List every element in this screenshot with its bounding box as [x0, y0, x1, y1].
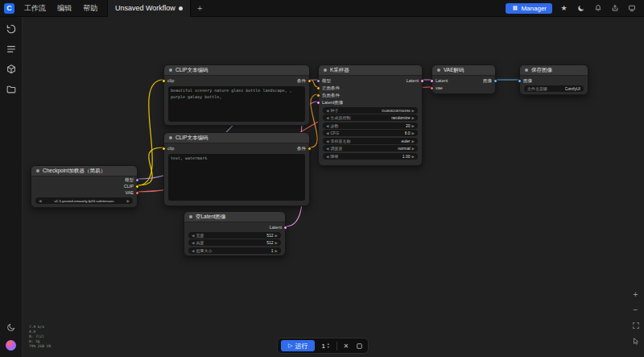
output-conditioning[interactable]: 条件	[297, 77, 312, 84]
decrement-icon[interactable]: ◀	[192, 249, 194, 253]
conditioning-port-icon[interactable]	[308, 147, 312, 151]
latent-port-icon[interactable]	[420, 79, 424, 83]
queue-icon[interactable]	[5, 43, 17, 55]
increment-icon[interactable]: ▶	[275, 249, 278, 253]
input-model[interactable]: 模型	[316, 77, 331, 84]
node-header[interactable]: 空Latent图像	[184, 212, 285, 222]
next-icon[interactable]: ▶	[127, 199, 130, 203]
prev-icon[interactable]: ◀	[326, 116, 328, 120]
output-vae[interactable]: VAE	[125, 189, 139, 196]
input-positive[interactable]: 正面条件	[316, 85, 340, 91]
select-mode-icon[interactable]	[631, 336, 640, 345]
prompt-text-area[interactable]: beautiful scenery nature glass bottle la…	[168, 86, 305, 122]
increment-icon[interactable]: ▶	[412, 155, 415, 159]
prev-icon[interactable]: ◀	[326, 147, 328, 151]
latent-port-icon[interactable]	[283, 226, 287, 230]
prev-icon[interactable]: ◀	[39, 199, 41, 203]
output-latent[interactable]: Latent	[270, 224, 287, 230]
menu-edit[interactable]: 编辑	[52, 0, 77, 17]
decrement-icon[interactable]: ◀	[326, 155, 328, 159]
new-tab-button[interactable]: +	[191, 3, 208, 13]
stop-icon[interactable]	[355, 341, 365, 351]
star-icon[interactable]: ★	[559, 3, 569, 14]
node-clip-text-encode-negative[interactable]: CLIP文本编码 clip 条件 text, watermark	[163, 132, 310, 206]
node-header[interactable]: CLIP文本编码	[164, 133, 309, 143]
clip-port-icon[interactable]	[135, 185, 139, 189]
output-model[interactable]: 模型	[125, 176, 139, 183]
batch-size-widget[interactable]: ◀ 批量大小 1 ▶	[188, 247, 281, 254]
output-latent[interactable]: Latent	[407, 77, 424, 84]
input-clip[interactable]: clip	[162, 77, 174, 84]
conditioning-port-icon[interactable]	[316, 86, 320, 90]
comfy-logo[interactable]: C	[4, 3, 14, 14]
menu-workflow[interactable]: 工作流	[19, 0, 52, 17]
next-icon[interactable]: ▶	[412, 147, 415, 151]
workflows-icon[interactable]	[5, 23, 17, 35]
model-port-icon[interactable]	[135, 178, 139, 182]
filename-prefix-widget[interactable]: 文件名前缀 ComfyUI	[524, 85, 584, 92]
width-widget[interactable]: ◀ 宽度 512 ▶	[188, 232, 281, 239]
node-header[interactable]: 保存图像	[520, 65, 588, 76]
batch-count-stepper[interactable]: 1 ▲ ▼	[319, 342, 332, 350]
clear-queue-icon[interactable]: ✕	[341, 341, 351, 351]
clip-port-icon[interactable]	[162, 147, 166, 151]
latent-port-icon[interactable]	[316, 101, 320, 105]
node-header[interactable]: VAE解码	[432, 65, 495, 76]
height-widget[interactable]: ◀ 高度 512 ▶	[188, 239, 281, 246]
node-library-icon[interactable]	[5, 83, 17, 95]
decrement-icon[interactable]: ◀	[326, 109, 328, 113]
node-checkpoint-loader[interactable]: Checkpoint加载器（简易） 模型 CLIP VAE ◀ v1-5-pru…	[31, 165, 138, 208]
increment-icon[interactable]: ▶	[275, 241, 278, 245]
seed-widget[interactable]: ◀ 种子 150808208706396 ▶	[323, 107, 418, 114]
node-ksampler[interactable]: K采样器 模型 正面条件 负面条件 Latent图像 Latent ◀ 种子 1…	[318, 64, 423, 166]
steps-widget[interactable]: ◀ 步数 20 ▶	[323, 122, 418, 129]
decrement-icon[interactable]: ◀	[326, 131, 328, 135]
input-vae[interactable]: vae	[430, 85, 443, 91]
input-image[interactable]: 图像	[518, 77, 532, 84]
next-icon[interactable]: ▶	[412, 139, 415, 143]
latent-port-icon[interactable]	[430, 79, 434, 83]
prompt-text-area[interactable]: text, watermark	[168, 154, 305, 201]
manager-button[interactable]: Manager	[506, 3, 552, 14]
increment-icon[interactable]: ▶	[412, 131, 415, 135]
globe-icon[interactable]	[6, 340, 16, 351]
image-port-icon[interactable]	[518, 79, 522, 83]
node-clip-text-encode-positive[interactable]: CLIP文本编码 clip 条件 beautiful scenery natur…	[163, 64, 310, 126]
sampler-name-widget[interactable]: ◀ 采样器名称 euler ▶	[323, 138, 418, 144]
theme-toggle-moon-icon[interactable]	[5, 321, 17, 333]
workflow-tab[interactable]: Unsaved Workflow	[107, 0, 191, 17]
cfg-widget[interactable]: ◀ CFG 8.0 ▶	[323, 130, 418, 136]
input-latent[interactable]: Latent	[430, 77, 448, 84]
output-clip[interactable]: CLIP	[124, 183, 139, 189]
node-empty-latent-image[interactable]: 空Latent图像 Latent ◀ 宽度 512 ▶ ◀ 高度 512 ▶ ◀…	[184, 211, 286, 256]
prev-icon[interactable]: ◀	[326, 139, 328, 143]
model-library-icon[interactable]	[5, 63, 17, 75]
increment-icon[interactable]: ▶	[412, 109, 415, 113]
node-header[interactable]: CLIP文本编码	[164, 65, 309, 76]
decrement-icon[interactable]: ◀	[192, 234, 194, 238]
input-latent-image[interactable]: Latent图像	[316, 99, 343, 106]
input-clip[interactable]: clip	[162, 145, 174, 152]
control-after-generate-widget[interactable]: ◀ 生成后控制 randomize ▶	[323, 114, 418, 121]
zoom-in-icon[interactable]: +	[631, 290, 640, 299]
fit-view-icon[interactable]	[631, 321, 640, 330]
output-conditioning[interactable]: 条件	[297, 145, 312, 152]
menu-help[interactable]: 帮助	[77, 0, 103, 17]
node-vae-decode[interactable]: VAE解码 Latent vae 图像	[431, 64, 496, 94]
monitor-icon[interactable]	[626, 3, 637, 14]
vae-port-icon[interactable]	[135, 191, 139, 195]
zoom-out-icon[interactable]: −	[631, 305, 640, 314]
conditioning-port-icon[interactable]	[308, 79, 312, 83]
bell-icon[interactable]	[592, 3, 603, 14]
run-button[interactable]: ▷ 运行	[281, 340, 315, 351]
scheduler-widget[interactable]: ◀ 调度器 normal ▶	[323, 145, 418, 152]
denoise-widget[interactable]: ◀ 降噪 1.00 ▶	[323, 153, 418, 160]
decrement-icon[interactable]: ◀	[192, 241, 194, 245]
image-port-icon[interactable]	[493, 79, 497, 83]
model-port-icon[interactable]	[316, 79, 320, 83]
increment-icon[interactable]: ▶	[275, 234, 278, 238]
theme-moon-icon[interactable]	[576, 3, 586, 14]
increment-icon[interactable]: ▶	[412, 124, 415, 128]
node-save-image[interactable]: 保存图像 图像 文件名前缀 ComfyUI	[519, 64, 588, 95]
node-header[interactable]: Checkpoint加载器（简易）	[31, 166, 137, 176]
